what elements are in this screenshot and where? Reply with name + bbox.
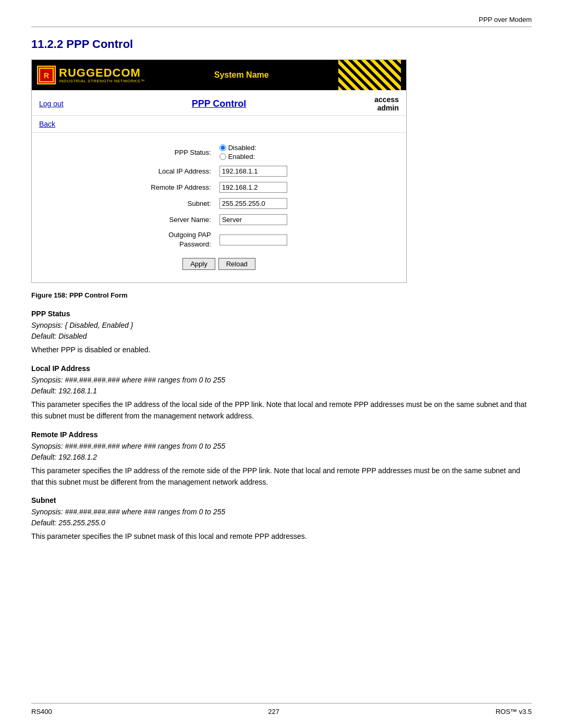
top-header: PPP over Modem — [31, 16, 532, 27]
remote-ip-input[interactable] — [219, 182, 287, 193]
doc-synopsis-local-ip: Synopsis: ###.###.###.### where ### rang… — [31, 375, 532, 386]
ppp-status-field: Disabled: Enabled: — [215, 141, 291, 163]
ui-box: R RUGGEDCOM INDUSTRIAL STRENGTH NETWORKS… — [31, 59, 407, 283]
server-name-input[interactable] — [219, 214, 287, 225]
doc-default-local-ip: Default: 192.168.1.1 — [31, 386, 532, 397]
ppp-enabled-option: Enabled: — [219, 153, 287, 161]
section-title: 11.2.2 PPP Control — [31, 38, 532, 51]
page-heading: PPP Control — [192, 98, 247, 109]
form-area: PPP Status: Disabled: Enabled: — [32, 133, 406, 282]
doc-synopsis-remote-ip: Synopsis: ###.###.###.### where ### rang… — [31, 441, 532, 452]
svg-text:R: R — [44, 71, 49, 80]
logo-text-block: RUGGEDCOM INDUSTRIAL STRENGTH NETWORKS™ — [59, 67, 144, 83]
subnet-label: Subnet: — [146, 195, 215, 212]
doc-title-subnet: Subnet — [31, 496, 532, 504]
ppp-status-radio-group: Disabled: Enabled: — [219, 144, 287, 161]
doc-title-local-ip: Local IP Address — [31, 364, 532, 373]
pap-password-input[interactable] — [219, 235, 287, 245]
subnet-input[interactable] — [219, 198, 287, 209]
footer-center: 227 — [268, 708, 279, 715]
pap-password-row: Outgoing PAPPassword: — [146, 228, 291, 252]
doc-title-ppp-status: PPP Status — [31, 310, 532, 318]
doc-section-subnet: Subnet Synopsis: ###.###.###.### where #… — [31, 496, 532, 542]
nav-row: Log out PPP Control access admin — [32, 90, 406, 116]
section-label: PPP over Modem — [479, 16, 532, 23]
ruggedcom-logo: R RUGGEDCOM INDUSTRIAL STRENGTH NETWORKS… — [37, 66, 144, 84]
doc-title-remote-ip: Remote IP Address — [31, 430, 532, 439]
doc-default-remote-ip: Default: 192.168.1.2 — [31, 452, 532, 463]
reload-button[interactable]: Reload — [218, 258, 255, 270]
page-footer: RS400 227 ROS™ v3.5 — [31, 703, 532, 715]
local-ip-row: Local IP Address: — [146, 163, 291, 179]
btn-row: Apply Reload — [39, 252, 399, 274]
system-name-label: System Name — [144, 70, 338, 80]
doc-default-ppp-status: Default: Disabled — [31, 331, 532, 342]
doc-desc-ppp-status: Whether PPP is disabled or enabled. — [31, 344, 532, 355]
doc-section-remote-ip: Remote IP Address Synopsis: ###.###.###.… — [31, 430, 532, 488]
doc-section-local-ip: Local IP Address Synopsis: ###.###.###.#… — [31, 364, 532, 422]
ppp-disabled-radio[interactable] — [219, 144, 226, 151]
server-name-label: Server Name: — [146, 212, 215, 228]
back-row: Back — [32, 116, 406, 133]
doc-default-subnet: Default: 255.255.255.0 — [31, 517, 532, 528]
header-stripes — [338, 60, 401, 90]
local-ip-field — [215, 163, 291, 179]
ppp-status-row: PPP Status: Disabled: Enabled: — [146, 141, 291, 163]
subnet-row: Subnet: — [146, 195, 291, 212]
doc-synopsis-subnet: Synopsis: ###.###.###.### where ### rang… — [31, 507, 532, 517]
doc-desc-local-ip: This parameter specifies the IP address … — [31, 399, 532, 422]
ruggedcom-header: R RUGGEDCOM INDUSTRIAL STRENGTH NETWORKS… — [32, 60, 406, 90]
ppp-disabled-label: Disabled: — [228, 144, 256, 152]
access-label: access — [374, 95, 399, 104]
ppp-status-label: PPP Status: — [146, 141, 215, 163]
server-name-row: Server Name: — [146, 212, 291, 228]
ppp-enabled-radio[interactable] — [219, 153, 226, 160]
remote-ip-label: Remote IP Address: — [146, 179, 215, 195]
figure-caption: Figure 158: PPP Control Form — [31, 291, 532, 299]
apply-button[interactable]: Apply — [182, 258, 215, 270]
doc-desc-remote-ip: This parameter specifies the IP address … — [31, 465, 532, 488]
pap-password-label: Outgoing PAPPassword: — [146, 228, 215, 252]
local-ip-input[interactable] — [219, 166, 287, 177]
pap-password-field — [215, 228, 291, 252]
doc-synopsis-ppp-status: Synopsis: { Disabled, Enabled } — [31, 320, 532, 331]
logout-link[interactable]: Log out — [39, 100, 64, 108]
remote-ip-field — [215, 179, 291, 195]
doc-section-ppp-status: PPP Status Synopsis: { Disabled, Enabled… — [31, 310, 532, 355]
ppp-enabled-label: Enabled: — [228, 153, 255, 161]
back-link[interactable]: Back — [39, 120, 55, 128]
footer-right: ROS™ v3.5 — [496, 708, 532, 715]
access-info: access admin — [374, 95, 399, 112]
local-ip-label: Local IP Address: — [146, 163, 215, 179]
server-name-field — [215, 212, 291, 228]
doc-desc-subnet: This parameter specifies the IP subnet m… — [31, 530, 532, 542]
form-table: PPP Status: Disabled: Enabled: — [146, 141, 291, 252]
remote-ip-row: Remote IP Address: — [146, 179, 291, 195]
logo-sub-text: INDUSTRIAL STRENGTH NETWORKS™ — [59, 79, 144, 83]
subnet-field — [215, 195, 291, 212]
footer-left: RS400 — [31, 708, 52, 715]
logo-main-text: RUGGEDCOM — [59, 67, 144, 79]
logo-icon: R — [37, 66, 56, 84]
ppp-disabled-option: Disabled: — [219, 144, 287, 152]
admin-label: admin — [374, 104, 399, 112]
